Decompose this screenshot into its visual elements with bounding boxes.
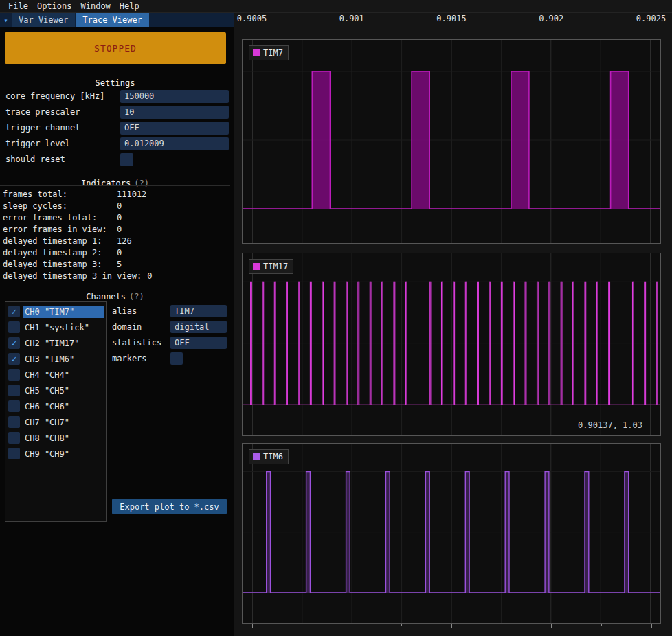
legend-swatch-icon xyxy=(253,49,260,56)
channel-checkbox[interactable]: ✓ xyxy=(8,337,20,349)
tab-label: Trace Viewer xyxy=(82,15,142,25)
channel-checkbox[interactable]: ✓ xyxy=(8,385,20,396)
plot-legend[interactable]: TIM17 xyxy=(249,259,293,274)
channel-label[interactable]: CH4 "CH4" xyxy=(23,369,104,381)
indicator-label: error frames in view: xyxy=(3,225,117,234)
channel-checkbox[interactable]: ✓ xyxy=(8,369,20,381)
channel-label[interactable]: CH6 "CH6" xyxy=(23,400,104,413)
channel-checkbox[interactable]: ✓ xyxy=(8,353,20,365)
plot-tim7[interactable]: TIM7 xyxy=(242,39,661,244)
indicator-label: frames total: xyxy=(3,190,117,199)
trigger-level-input[interactable] xyxy=(120,137,229,150)
plot-tim17[interactable]: TIM17 0.90137, 1.03 xyxy=(242,253,661,436)
indicator-value: 0 xyxy=(117,201,122,211)
channel-row[interactable]: ✓CH6 "CH6" xyxy=(5,398,106,414)
indicator-value: 5 xyxy=(117,260,122,269)
channel-label[interactable]: CH8 "CH8" xyxy=(23,432,104,444)
channel-label[interactable]: CH7 "CH7" xyxy=(23,416,104,429)
indicator-label: sleep cycles: xyxy=(3,201,117,211)
legend-label: TIM7 xyxy=(263,48,283,58)
control-sidebar: STOPPED Settings core frequency [kHz] tr… xyxy=(0,27,234,636)
export-csv-button[interactable]: Export plot to *.csv xyxy=(112,499,227,514)
alias-input[interactable] xyxy=(170,305,227,317)
plot-legend[interactable]: TIM6 xyxy=(249,449,289,464)
markers-checkbox[interactable]: ✓ xyxy=(170,352,183,365)
x-axis-tick-label: 0.9025 xyxy=(636,14,666,23)
collapse-arrow-icon[interactable]: ▾ xyxy=(0,13,12,27)
core-frequency-input[interactable] xyxy=(120,90,229,103)
channel-checkbox[interactable]: ✓ xyxy=(8,400,20,412)
check-icon: ✓ xyxy=(12,306,17,317)
indicator-value: 0 xyxy=(117,248,122,258)
waveform-tim6 xyxy=(243,444,660,623)
acquisition-state-button[interactable]: STOPPED xyxy=(5,32,226,64)
indicator-value: 0 xyxy=(147,271,152,281)
indicators-header: Indicators(?) xyxy=(0,179,230,188)
menu-file[interactable]: File xyxy=(8,1,28,11)
x-axis-tick-labels: 0.90050.9010.90150.9020.9025 xyxy=(234,14,672,23)
x-axis-tick xyxy=(451,624,452,628)
indicator-label: delayed timestamp 3 in view: xyxy=(3,271,147,281)
channel-label[interactable]: CH5 "CH5" xyxy=(23,385,104,397)
channel-checkbox[interactable]: ✓ xyxy=(8,321,20,333)
channel-row[interactable]: ✓CH5 "CH5" xyxy=(5,383,106,398)
legend-label: TIM6 xyxy=(263,452,283,462)
x-axis-tick xyxy=(302,624,302,626)
menu-options[interactable]: Options xyxy=(37,1,72,11)
statistics-label: statistics xyxy=(112,338,170,348)
indicator-label: delayed timestamp 1: xyxy=(3,236,117,246)
x-axis-tick xyxy=(651,624,652,628)
indicator-value: 111012 xyxy=(117,190,146,199)
cursor-position-readout: 0.90137, 1.03 xyxy=(578,420,642,430)
menu-help[interactable]: Help xyxy=(120,1,139,11)
tab-var-viewer[interactable]: Var Viewer xyxy=(12,13,75,27)
x-axis-tick-label: 0.902 xyxy=(539,14,563,23)
domain-label: domain xyxy=(112,322,170,332)
plot-legend[interactable]: TIM7 xyxy=(249,45,289,60)
channel-label[interactable]: CH3 "TIM6" xyxy=(23,353,104,365)
channel-checkbox[interactable]: ✓ xyxy=(8,448,20,459)
indicator-label: delayed timestamp 3: xyxy=(3,260,117,269)
should-reset-label: should reset xyxy=(5,155,120,164)
indicator-value: 0 xyxy=(117,225,122,234)
x-axis-tick xyxy=(252,624,253,628)
channel-row[interactable]: ✓CH7 "CH7" xyxy=(5,414,106,430)
channel-row[interactable]: ✓CH2 "TIM17" xyxy=(5,335,106,351)
channel-checkbox[interactable]: ✓ xyxy=(8,416,20,428)
channel-label[interactable]: CH2 "TIM17" xyxy=(23,337,104,350)
settings-header: Settings xyxy=(0,78,230,88)
trigger-channel-combo[interactable]: OFF xyxy=(120,122,229,135)
x-axis-ticks xyxy=(234,624,672,631)
trace-prescaler-input[interactable] xyxy=(120,106,229,119)
channel-row[interactable]: ✓CH8 "CH8" xyxy=(5,430,106,446)
channel-row[interactable]: ✓CH0 "TIM7" xyxy=(5,304,106,319)
x-axis-tick xyxy=(502,624,502,626)
tab-bar: ▾ Var Viewer Trace Viewer xyxy=(0,13,234,27)
trace-prescaler-label: trace prescaler xyxy=(5,107,120,117)
channel-label[interactable]: CH0 "TIM7" xyxy=(23,306,104,318)
help-icon: (?) xyxy=(129,292,144,302)
channel-row[interactable]: ✓CH1 "systick" xyxy=(5,319,106,335)
channel-checkbox[interactable]: ✓ xyxy=(8,306,20,317)
channels-header: Channels(?) xyxy=(0,292,230,302)
domain-input[interactable] xyxy=(170,321,227,333)
tab-trace-viewer[interactable]: Trace Viewer xyxy=(76,13,149,27)
channel-row[interactable]: ✓CH3 "TIM6" xyxy=(5,351,106,367)
statistics-combo[interactable]: OFF xyxy=(170,337,227,349)
x-axis-tick xyxy=(352,624,352,628)
x-axis-tick-label: 0.901 xyxy=(339,14,364,23)
menu-window[interactable]: Window xyxy=(80,1,110,11)
x-axis-tick xyxy=(551,624,552,628)
channel-label[interactable]: CH1 "systick" xyxy=(23,321,104,334)
indicator-value: 0 xyxy=(117,213,122,223)
channel-checkbox[interactable]: ✓ xyxy=(8,432,20,444)
channel-label[interactable]: CH9 "CH9" xyxy=(23,448,104,460)
channel-row[interactable]: ✓CH4 "CH4" xyxy=(5,367,106,383)
should-reset-checkbox[interactable]: ✓ xyxy=(120,153,133,166)
x-axis-tick-label: 0.9005 xyxy=(237,14,267,23)
plot-tim6[interactable]: TIM6 xyxy=(242,443,661,624)
indicator-value: 126 xyxy=(117,236,132,246)
core-frequency-label: core frequency [kHz] xyxy=(5,91,120,101)
check-icon: ✓ xyxy=(12,338,17,348)
channel-row[interactable]: ✓CH9 "CH9" xyxy=(5,446,106,462)
